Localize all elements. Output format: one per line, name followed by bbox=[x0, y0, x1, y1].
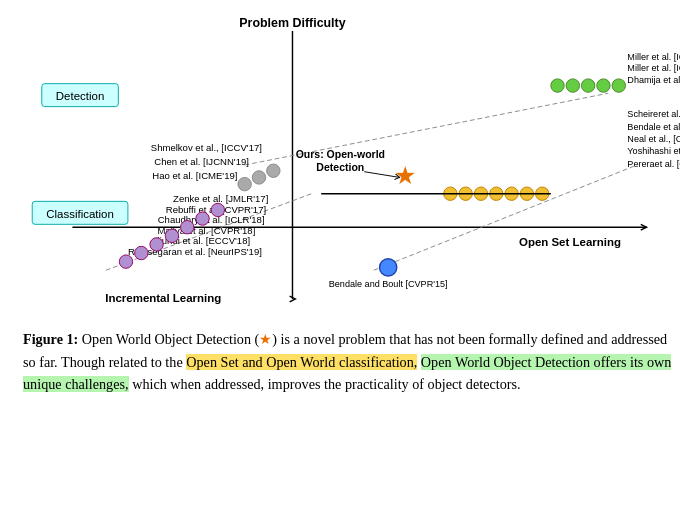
svg-text:Bendale and Boult [CVPR'15]: Bendale and Boult [CVPR'15] bbox=[329, 279, 448, 289]
svg-text:Zenke et al. [JMLR'17]: Zenke et al. [JMLR'17] bbox=[173, 193, 268, 204]
svg-point-22 bbox=[211, 203, 224, 216]
svg-point-27 bbox=[612, 79, 625, 92]
svg-point-21 bbox=[196, 212, 209, 225]
svg-text:Yoshihashi et al. [CVPR'19]: Yoshihashi et al. [CVPR'19] bbox=[627, 146, 680, 156]
svg-point-23 bbox=[551, 79, 564, 92]
svg-point-17 bbox=[135, 246, 148, 259]
svg-point-44 bbox=[380, 259, 397, 276]
y-axis-label: Problem Difficulty bbox=[239, 16, 345, 30]
ours-star: ★ bbox=[394, 162, 416, 189]
classification-label: Classification bbox=[46, 208, 114, 220]
caption-text4: which when addressed, improves the pract… bbox=[129, 376, 521, 392]
main-container: Problem Difficulty Incremental Learning … bbox=[0, 0, 695, 523]
detection-paper-2: Chen et al. [IJCNN'19] bbox=[154, 156, 249, 167]
figure-caption: Figure 1: Open World Object Detection (★… bbox=[15, 328, 680, 395]
svg-text:Miller et al. [ICRA'19]: Miller et al. [ICRA'19] bbox=[627, 63, 680, 73]
figure-label: Figure 1: bbox=[23, 331, 78, 347]
x-bottom-label: Incremental Learning bbox=[105, 292, 221, 304]
svg-text:Chaudhry et al. [ICLR'18]: Chaudhry et al. [ICLR'18] bbox=[158, 214, 265, 225]
svg-text:Neal et al., [CVPR'18]: Neal et al., [CVPR'18] bbox=[627, 134, 680, 144]
caption-highlight1: Open Set and Open World classification, bbox=[186, 354, 417, 370]
detection-label: Detection bbox=[56, 90, 104, 102]
svg-point-19 bbox=[165, 229, 178, 242]
ours-label-1: Ours: Open-world bbox=[296, 148, 385, 160]
svg-point-26 bbox=[597, 79, 610, 92]
svg-point-7 bbox=[252, 171, 265, 184]
svg-point-25 bbox=[581, 79, 594, 92]
svg-text:Dhamija et al. [WACV'20]: Dhamija et al. [WACV'20] bbox=[627, 75, 680, 85]
svg-text:Miller et al. [ICRA'18]: Miller et al. [ICRA'18] bbox=[627, 52, 680, 62]
caption-star: ★ bbox=[259, 332, 272, 347]
chart-svg: Problem Difficulty Incremental Learning … bbox=[15, 10, 680, 320]
chart-area: Problem Difficulty Incremental Learning … bbox=[15, 10, 680, 320]
svg-point-6 bbox=[238, 177, 251, 190]
svg-point-8 bbox=[267, 164, 280, 177]
x-right-label: Open Set Learning bbox=[519, 236, 621, 248]
ours-label-2: Detection bbox=[316, 161, 364, 173]
svg-point-20 bbox=[181, 220, 194, 233]
svg-point-18 bbox=[150, 238, 163, 251]
detection-paper-1: Shmelkov et al., [ICCV'17] bbox=[151, 142, 262, 153]
svg-text:Pereraet al. [CVPR'20]: Pereraet al. [CVPR'20] bbox=[627, 159, 680, 169]
svg-text:Scheireret al. [TPAMI'14]: Scheireret al. [TPAMI'14] bbox=[627, 109, 680, 119]
caption-text1: Open World Object Detection ( bbox=[82, 331, 259, 347]
svg-text:Bendale et al. [CVPR'16]: Bendale et al. [CVPR'16] bbox=[627, 122, 680, 132]
svg-point-16 bbox=[119, 255, 132, 268]
svg-point-24 bbox=[566, 79, 579, 92]
detection-paper-3: Hao et al. [ICME'19] bbox=[152, 170, 237, 181]
